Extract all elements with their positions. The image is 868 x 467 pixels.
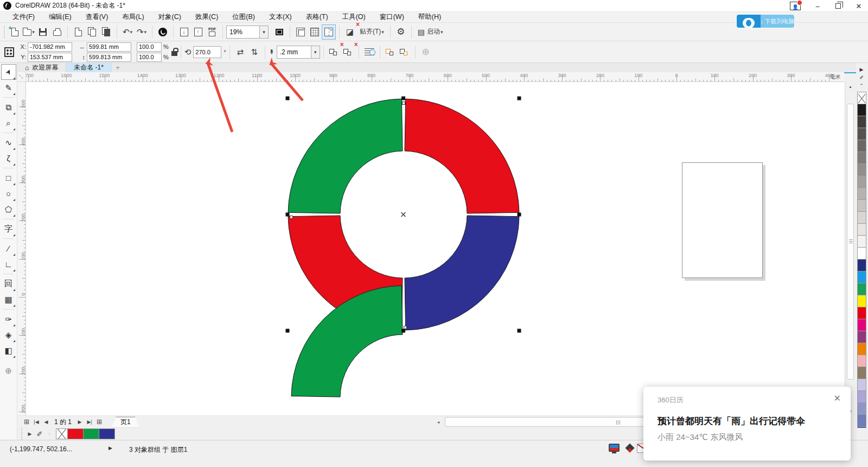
polygon-tool[interactable]: ⬠ — [2, 202, 16, 217]
palette-swatch-#1b9ce0[interactable] — [857, 271, 866, 283]
ellipse-tool[interactable]: ○ — [2, 186, 16, 201]
fill-status-icon[interactable] — [626, 444, 635, 453]
outline-width-combobox[interactable]: .2 mm — [277, 46, 311, 59]
copy-button[interactable] — [86, 25, 99, 39]
pick-tool[interactable]: ➤ — [2, 65, 16, 79]
palette-swatch-#cac6e5[interactable] — [857, 378, 866, 391]
more-tools-button[interactable]: ⊕ — [5, 366, 12, 376]
palette-swatch-#f4f2f0[interactable] — [857, 235, 866, 248]
palette-swatch-#f3b3b5[interactable] — [857, 355, 866, 367]
minimize-button[interactable]: – — [808, 1, 827, 12]
palette-swatch-#7e7b78[interactable] — [857, 152, 866, 164]
scale-x-field[interactable]: 100.0 — [137, 42, 162, 52]
palette-swatch-#1ba158[interactable] — [857, 283, 866, 295]
docpalette-swatch-#0a9b47[interactable] — [83, 428, 99, 439]
docpalette-eyedropper-icon[interactable]: ✐ — [35, 428, 44, 439]
status-flyout-icon[interactable]: ▶ — [108, 445, 112, 451]
palette-scroll-up-icon[interactable]: ⌃ — [856, 81, 867, 90]
launch-button[interactable]: ▤启动▾ — [416, 25, 445, 39]
ungroup-all-button[interactable] — [342, 45, 355, 59]
snap-to-button[interactable]: 贴齐(T)▾ — [358, 25, 386, 39]
palette-swatch-#d8d5d2[interactable] — [857, 211, 866, 224]
menu-item-7[interactable]: 文本(X) — [262, 11, 299, 23]
menu-item-1[interactable]: 编辑(E) — [42, 11, 79, 23]
rectangle-tool[interactable]: □ — [2, 171, 16, 185]
palette-swatch-#a3a09d[interactable] — [857, 175, 866, 188]
show-rulers-button[interactable] — [294, 25, 307, 39]
menu-item-2[interactable]: 查看(V) — [79, 11, 116, 23]
new-tab-button[interactable]: + — [112, 63, 124, 72]
scroll-up-button[interactable]: ▴ — [846, 82, 855, 91]
interactive-fill-tool[interactable]: ◈ — [2, 327, 16, 342]
tab-current-document[interactable]: 未命名 -1* — [66, 63, 112, 72]
palette-swatch-#ee7f01[interactable] — [857, 343, 866, 355]
palette-swatch-none[interactable] — [857, 92, 866, 104]
save-button[interactable] — [36, 25, 49, 39]
palette-eyedropper-icon[interactable]: ✐ — [856, 73, 867, 81]
docpalette-swatch-#2e3192[interactable] — [99, 428, 115, 439]
ungroup-button[interactable] — [328, 45, 341, 59]
object-width-field[interactable]: 599.81 mm — [87, 42, 131, 52]
account-icon[interactable] — [790, 2, 801, 10]
scale-y-field[interactable]: 100.0 — [137, 53, 162, 62]
snap-off-button[interactable]: ◪ — [343, 25, 356, 39]
display-color-icon[interactable] — [609, 444, 620, 452]
redo-button[interactable]: ↷▾ — [135, 25, 148, 39]
export-button[interactable]: ↑ — [192, 25, 205, 39]
menu-item-8[interactable]: 表格(T) — [299, 11, 335, 23]
horizontal-ruler[interactable]: 毫米 1700160015001400130012001100100090080… — [26, 72, 844, 82]
show-grid-button[interactable] — [308, 25, 321, 39]
contour-tool[interactable]: 回 — [2, 276, 16, 291]
palette-swatch-#565250[interactable] — [857, 128, 866, 140]
mirror-horizontal-button[interactable]: ⇄ — [234, 45, 247, 59]
menu-item-10[interactable]: 窗口(W) — [373, 11, 411, 23]
paste-button[interactable] — [100, 25, 113, 39]
text-tool[interactable]: 字 — [2, 222, 16, 236]
vertical-scrollbar[interactable]: ▴ ▾ — [845, 82, 854, 415]
restore-button[interactable] — [829, 1, 847, 12]
palette-swatch-#ffffff[interactable] — [857, 247, 866, 260]
palette-swatch-#e8e5e2[interactable] — [857, 223, 866, 236]
page-tab[interactable]: 页1 — [112, 416, 139, 428]
group-button[interactable] — [384, 45, 397, 59]
outline-width-dropdown-button[interactable]: ▾ — [311, 46, 320, 59]
open-document-button[interactable]: ▾ — [22, 25, 35, 39]
add-page-button[interactable]: ⊞ — [22, 416, 31, 427]
close-button[interactable]: ✕ — [850, 1, 868, 12]
zoom-tool[interactable]: ⌕ — [2, 116, 16, 130]
options-button[interactable]: ⚙ — [394, 25, 407, 39]
combine-button[interactable] — [398, 45, 411, 59]
freehand-tool[interactable]: ∿ — [2, 135, 16, 150]
cloud-download-button[interactable]: ↓下载到电脑 — [737, 15, 794, 28]
palette-flyout-icon[interactable]: ▶ — [856, 65, 867, 73]
palette-swatch-#c7c4c1[interactable] — [857, 199, 866, 212]
new-document-button[interactable] — [8, 25, 21, 39]
toolbar-grip[interactable] — [3, 26, 5, 39]
text-wrap-button[interactable] — [363, 45, 376, 59]
lock-ratio-icon[interactable] — [171, 51, 177, 56]
palette-swatch-#e60013[interactable] — [857, 307, 866, 319]
previous-page-button[interactable]: ◀ — [41, 416, 51, 427]
drawing-canvas[interactable] — [26, 82, 844, 415]
palette-swatch-#fdee00[interactable] — [857, 295, 866, 307]
object-height-field[interactable]: 599.813 mm — [87, 53, 131, 62]
ruler-origin-box[interactable] — [17, 72, 26, 82]
docpalette-flyout-icon[interactable]: ▶ — [25, 428, 35, 439]
show-guidelines-button[interactable] — [322, 25, 335, 39]
vertical-ruler[interactable]: 3002001000100200300400500 — [17, 82, 26, 415]
crop-tool[interactable]: ⧉ — [2, 100, 16, 115]
menu-item-4[interactable]: 对象(C) — [151, 11, 188, 23]
shape-tool[interactable]: ✎ — [2, 80, 16, 95]
mirror-vertical-button[interactable]: ⇅ — [248, 45, 261, 59]
menu-item-5[interactable]: 效果(C) — [188, 11, 225, 23]
docpalette-swatch-none[interactable] — [56, 428, 68, 439]
palette-swatch-#20307f[interactable] — [857, 259, 866, 272]
menu-item-11[interactable]: 帮助(H) — [411, 11, 448, 23]
zoom-level-combobox[interactable]: 19% — [226, 26, 260, 39]
palette-swatch-#918e8b[interactable] — [857, 163, 866, 176]
undo-button[interactable]: ↶▾ — [121, 25, 134, 39]
menu-item-3[interactable]: 布局(L) — [115, 11, 151, 23]
palette-swatch-#e2007e[interactable] — [857, 319, 866, 331]
artistic-media-tool[interactable]: ζ — [2, 151, 16, 166]
palette-swatch-#8d97c7[interactable] — [857, 402, 866, 415]
